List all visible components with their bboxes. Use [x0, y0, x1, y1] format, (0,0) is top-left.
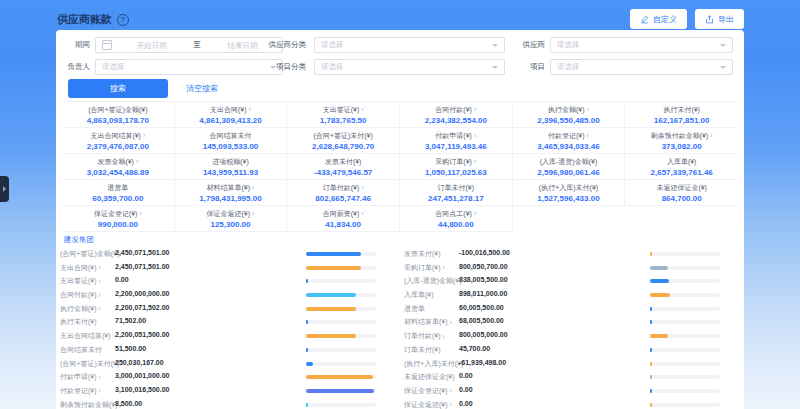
- row-label[interactable]: 合同付款(¥): [60, 290, 101, 300]
- summary-label: 退货单: [107, 183, 128, 193]
- supplier-category-select[interactable]: 请选择: [314, 37, 505, 53]
- row-label[interactable]: 保证金返还(¥): [404, 400, 452, 409]
- row-label[interactable]: 支出合同结算(¥): [60, 331, 115, 341]
- row-label[interactable]: 订单付款(¥): [404, 331, 445, 341]
- row-label[interactable]: 支出合同(¥): [60, 263, 101, 273]
- summary-cell: (入库-退货)金额(¥) 2,596,980,061.46: [513, 154, 626, 180]
- list-item: 退货单 60,005,500.00: [400, 302, 744, 316]
- list-item: (入库-退货)金额(¥) 838,005,500.00: [400, 274, 744, 288]
- clear-search-button[interactable]: 清空搜索: [180, 79, 224, 98]
- project-category-select[interactable]: 请选择: [314, 59, 505, 75]
- project-select[interactable]: 请选择: [550, 59, 733, 75]
- chevron-right-icon: [252, 210, 254, 217]
- chevron-right-icon: [143, 132, 145, 139]
- row-value: 2,200,000,000.00: [115, 290, 170, 297]
- row-bar: [306, 252, 376, 256]
- chevron-right-icon: [361, 184, 363, 191]
- summary-cell[interactable]: 合同薪资(¥) 41,834.00: [287, 206, 400, 232]
- row-label[interactable]: 执行金额(¥): [60, 304, 101, 314]
- summary-cell[interactable]: 执行金额(¥) 2,396,550,485.00: [513, 102, 626, 128]
- row-label[interactable]: 付款登记(¥): [60, 386, 101, 396]
- row-label[interactable]: 保证金登记(¥): [404, 386, 452, 396]
- summary-cell[interactable]: 支出合同结算(¥) 2,379,476,087.00: [62, 128, 175, 154]
- summary-cell[interactable]: 支出合同(¥) 4,861,309,413.20: [175, 102, 288, 128]
- row-bar-fill: [650, 266, 668, 270]
- summary-cell[interactable]: 采购订单(¥) 1,050,117,025.63: [400, 154, 513, 180]
- search-button[interactable]: 搜索: [68, 79, 168, 98]
- summary-cell[interactable]: 保证金登记(¥) 990,000.00: [62, 206, 175, 232]
- row-bar-fill: [306, 266, 361, 270]
- period-start-input[interactable]: [112, 40, 191, 51]
- summary-label: 保证金返还(¥): [207, 209, 255, 219]
- summary-label: (执行+入库)未付(¥): [539, 183, 598, 193]
- summary-cell[interactable]: 发票金额(¥) 3,032,454,486.89: [62, 154, 175, 180]
- summary-cell[interactable]: 材料结算单(¥) 1,798,431,995.00: [175, 180, 288, 206]
- row-value: 250,030,167.00: [115, 359, 164, 366]
- summary-label: 发票未付(¥): [325, 157, 362, 167]
- summary-label: 合同付款(¥): [435, 105, 476, 115]
- list-item: 付款申请(¥) 3,000,001,000.00: [56, 370, 400, 384]
- row-bar: [650, 389, 720, 393]
- row-bar-fill: [650, 375, 652, 379]
- help-icon[interactable]: ?: [117, 14, 129, 26]
- summary-value: 2,396,550,485.00: [537, 116, 599, 125]
- row-bar-fill: [306, 348, 308, 352]
- sidebar-handle[interactable]: [0, 176, 9, 202]
- summary-cell[interactable]: 保证金返还(¥) 125,300.00: [175, 206, 288, 232]
- summary-cell[interactable]: 订单付款(¥) 802,665,747.46: [287, 180, 400, 206]
- summary-cell[interactable]: 合同点工(¥) 44,800.00: [400, 206, 513, 232]
- export-button[interactable]: 导出: [695, 9, 744, 29]
- summary-label: 保证金登记(¥): [94, 209, 142, 219]
- list-item: 支出合同结算(¥) 2,200,051,500.00: [56, 329, 400, 343]
- row-value: -61,939,498.00: [459, 359, 506, 366]
- row-bar-fill: [650, 293, 670, 297]
- row-label[interactable]: 付款申请(¥): [60, 372, 101, 382]
- page-title: 供应商账款 ?: [57, 12, 129, 27]
- group-col-right: 发票未付(¥) -100,016,500.00 采购订单(¥) 800,050,…: [400, 247, 744, 409]
- row-bar: [650, 334, 720, 338]
- period-label: 期间: [56, 37, 90, 53]
- summary-cell[interactable]: 付款登记(¥) 3,465,934,033.46: [513, 128, 626, 154]
- summary-label: 剩余预付款金额(¥): [651, 131, 713, 141]
- summary-label: 合同点工(¥): [435, 209, 476, 219]
- row-value: 0.00: [459, 400, 473, 407]
- summary-cell-empty: [513, 206, 626, 232]
- summary-cell-empty: [625, 206, 738, 232]
- summary-cell[interactable]: 付款申请(¥) 3,047,119,493.46: [400, 128, 513, 154]
- row-label: (合同+签证)金额(¥): [60, 249, 119, 259]
- summary-value: 4,863,093,178.70: [87, 116, 149, 125]
- row-label[interactable]: 材料结算单(¥): [404, 317, 452, 327]
- customize-button[interactable]: 自定义: [630, 9, 687, 29]
- group-title[interactable]: 建发集团: [64, 235, 94, 245]
- row-label[interactable]: 支出签证(¥): [60, 276, 101, 286]
- list-item: 执行金额(¥) 2,200,071,502.00: [56, 302, 400, 316]
- summary-cell[interactable]: 剩余预付款金额(¥) 373,082.00: [625, 128, 738, 154]
- chevron-right-icon: [587, 106, 589, 113]
- summary-label: 采购订单(¥): [435, 157, 476, 167]
- page: 供应商账款 ? 自定义 导出 期间 至 供应商分类 请选择 供应商 请选择: [0, 0, 800, 409]
- chevron-right-icon: [361, 210, 363, 217]
- row-bar-fill: [650, 320, 652, 324]
- summary-label: 支出合同结算(¥): [90, 131, 145, 141]
- export-icon: [705, 15, 714, 24]
- summary-label: 合同结算未付: [209, 131, 251, 141]
- supplier-select[interactable]: 请选择: [550, 37, 733, 53]
- row-label: 发票未付(¥): [404, 249, 441, 259]
- summary-cell[interactable]: 合同付款(¥) 2,234,382,554.00: [400, 102, 513, 128]
- row-bar-fill: [306, 307, 356, 311]
- row-label[interactable]: 剩余预付款金额(¥): [60, 400, 122, 409]
- row-bar: [306, 293, 376, 297]
- chevron-right-icon: [443, 333, 445, 340]
- summary-label: 合同薪资(¥): [323, 209, 364, 219]
- summary-cell: 进项税额(¥) 143,959,511.93: [175, 154, 288, 180]
- row-bar-fill: [306, 334, 356, 338]
- chevron-right-icon: [443, 264, 445, 271]
- chevron-down-icon: [492, 44, 498, 50]
- list-item: (合同+签证)金额(¥) 2,450,071,501.00: [56, 247, 400, 261]
- row-label: 执行未付(¥): [60, 317, 97, 327]
- summary-value: 143,959,511.93: [203, 168, 258, 177]
- chevron-right-icon: [99, 278, 101, 285]
- list-item: 支出签证(¥) 0.00: [56, 274, 400, 288]
- summary-cell[interactable]: 支出签证(¥) 1,783,765.50: [287, 102, 400, 128]
- row-label[interactable]: 采购订单(¥): [404, 263, 445, 273]
